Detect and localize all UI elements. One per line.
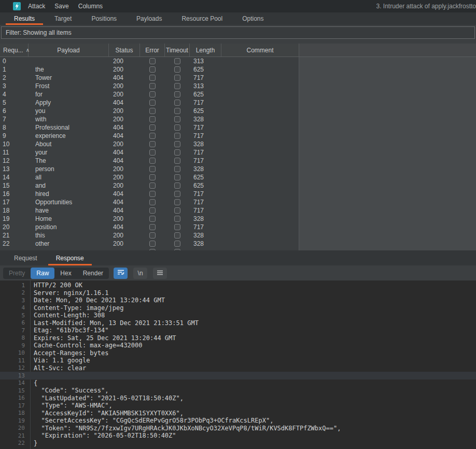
table-row[interactable]: 20 position 404 717 xyxy=(0,223,299,231)
error-checkbox[interactable] xyxy=(149,75,156,81)
error-checkbox[interactable] xyxy=(149,191,156,197)
timeout-checkbox[interactable] xyxy=(174,216,180,222)
table-row[interactable]: 4 for 200 625 xyxy=(0,90,299,99)
newline-toggle-button[interactable]: \n xyxy=(133,268,147,279)
column-header-comment[interactable]: Comment xyxy=(221,44,299,57)
timeout-checkbox[interactable] xyxy=(174,141,180,147)
cell-length: 625 xyxy=(190,91,221,98)
timeout-checkbox[interactable] xyxy=(174,199,180,205)
column-header-error[interactable]: Error xyxy=(140,44,165,57)
tab-results[interactable]: Results xyxy=(4,12,45,25)
menu-item-save[interactable]: Save xyxy=(50,0,73,12)
timeout-checkbox[interactable] xyxy=(174,83,180,89)
error-checkbox[interactable] xyxy=(149,224,156,230)
column-header-length[interactable]: Length xyxy=(190,44,221,57)
timeout-checkbox[interactable] xyxy=(174,116,180,122)
column-header-timeout[interactable]: Timeout xyxy=(165,44,190,57)
error-checkbox[interactable] xyxy=(149,116,156,122)
timeout-checkbox[interactable] xyxy=(174,183,180,189)
menu-item-columns[interactable]: Columns xyxy=(74,0,107,12)
timeout-checkbox[interactable] xyxy=(174,224,180,230)
timeout-checkbox[interactable] xyxy=(174,166,180,172)
error-checkbox[interactable] xyxy=(149,149,156,156)
error-checkbox[interactable] xyxy=(149,91,156,97)
timeout-checkbox[interactable] xyxy=(174,108,180,114)
table-row[interactable]: 17 Opportunities 404 717 xyxy=(0,198,299,206)
error-checkbox[interactable] xyxy=(149,141,156,147)
table-row[interactable]: 18 have 404 717 xyxy=(0,206,299,215)
timeout-checkbox[interactable] xyxy=(174,133,180,139)
error-checkbox[interactable] xyxy=(149,232,156,238)
error-checkbox[interactable] xyxy=(149,216,156,222)
cell-error xyxy=(140,100,165,106)
editor-menu-button[interactable] xyxy=(153,268,167,279)
tab-payloads[interactable]: Payloads xyxy=(127,12,172,25)
timeout-checkbox[interactable] xyxy=(174,191,180,197)
table-row[interactable]: 19 Home 200 328 xyxy=(0,215,299,223)
table-row[interactable]: 22 other 200 328 xyxy=(0,240,299,248)
column-header-payload[interactable]: Payload xyxy=(29,44,109,57)
view-mode-render[interactable]: Render xyxy=(77,268,109,279)
table-row[interactable]: 15 and 200 625 xyxy=(0,181,299,190)
table-row[interactable]: 5 Apply 404 717 xyxy=(0,99,299,107)
table-row[interactable]: 2 Tower 404 717 xyxy=(0,74,299,82)
table-row[interactable]: 13 person 200 328 xyxy=(0,165,299,173)
error-checkbox[interactable] xyxy=(149,66,156,73)
table-row[interactable]: 11 your 404 717 xyxy=(0,148,299,157)
view-mode-raw[interactable]: Raw xyxy=(31,268,54,279)
table-row[interactable]: 6 you 200 625 xyxy=(0,107,299,115)
table-row[interactable]: 14 all 200 625 xyxy=(0,173,299,181)
column-header-status[interactable]: Status xyxy=(109,44,140,57)
error-checkbox[interactable] xyxy=(149,183,156,189)
error-checkbox[interactable] xyxy=(149,174,156,180)
line-number: 5 xyxy=(0,312,25,319)
menu-item-attack[interactable]: Attack xyxy=(23,0,50,12)
timeout-checkbox[interactable] xyxy=(174,75,180,81)
table-row[interactable]: 16 hired 404 717 xyxy=(0,190,299,198)
error-checkbox[interactable] xyxy=(149,124,156,131)
error-checkbox[interactable] xyxy=(149,199,156,205)
line-text: Content-Length: 308 xyxy=(25,312,105,319)
word-wrap-button[interactable] xyxy=(114,268,128,279)
timeout-checkbox[interactable] xyxy=(174,91,180,97)
error-checkbox[interactable] xyxy=(149,133,156,139)
table-row[interactable]: 3 Frost 200 313 xyxy=(0,82,299,90)
response-editor[interactable]: 1 HTTP/2 200 OK 2 Server: nginx/1.16.1 3… xyxy=(0,280,476,449)
timeout-checkbox[interactable] xyxy=(174,149,180,156)
tab-positions[interactable]: Positions xyxy=(81,12,127,25)
table-row[interactable]: 1 the 200 625 xyxy=(0,65,299,74)
filter-bar[interactable]: Filter: Showing all items xyxy=(1,26,475,39)
error-checkbox[interactable] xyxy=(149,58,156,64)
table-row[interactable]: 8 Professional 404 717 xyxy=(0,123,299,132)
table-row[interactable]: 10 About 200 328 xyxy=(0,140,299,148)
error-checkbox[interactable] xyxy=(149,108,156,114)
table-row[interactable]: 0 200 313 xyxy=(0,57,299,65)
view-mode-hex[interactable]: Hex xyxy=(54,268,77,279)
timeout-checkbox[interactable] xyxy=(174,58,180,64)
table-row[interactable]: 7 with 200 328 xyxy=(0,115,299,123)
tab-options[interactable]: Options xyxy=(232,12,273,25)
timeout-checkbox[interactable] xyxy=(174,100,180,106)
error-checkbox[interactable] xyxy=(149,100,156,106)
timeout-checkbox[interactable] xyxy=(174,207,180,214)
timeout-checkbox[interactable] xyxy=(174,232,180,238)
view-mode-pretty[interactable]: Pretty xyxy=(3,268,31,279)
table-row[interactable]: 12 The 404 717 xyxy=(0,157,299,165)
tab-target[interactable]: Target xyxy=(45,12,81,25)
timeout-checkbox[interactable] xyxy=(174,158,180,164)
tab-response[interactable]: Response xyxy=(47,250,93,265)
timeout-checkbox[interactable] xyxy=(174,66,180,73)
error-checkbox[interactable] xyxy=(149,83,156,89)
timeout-checkbox[interactable] xyxy=(174,124,180,131)
tab-request[interactable]: Request xyxy=(5,250,47,265)
table-row[interactable]: 9 experience 404 717 xyxy=(0,132,299,140)
timeout-checkbox[interactable] xyxy=(174,241,180,247)
timeout-checkbox[interactable] xyxy=(174,174,180,180)
column-header-request[interactable]: Requ... ∧ xyxy=(0,44,29,57)
error-checkbox[interactable] xyxy=(149,166,156,172)
table-row[interactable]: 21 this 200 328 xyxy=(0,231,299,240)
error-checkbox[interactable] xyxy=(149,207,156,214)
error-checkbox[interactable] xyxy=(149,158,156,164)
error-checkbox[interactable] xyxy=(149,241,156,247)
tab-resource-pool[interactable]: Resource Pool xyxy=(172,12,232,25)
